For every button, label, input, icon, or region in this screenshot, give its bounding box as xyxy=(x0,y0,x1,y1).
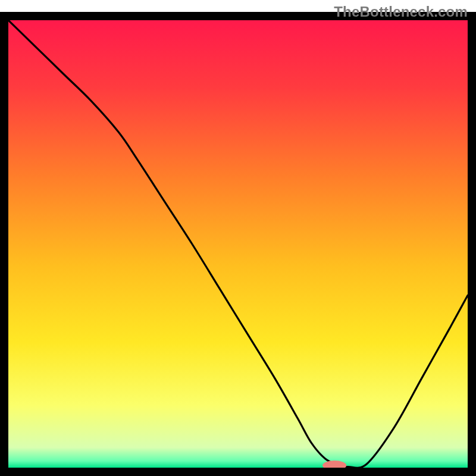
chart-frame: TheBottleneck.com xyxy=(0,0,476,476)
bottleneck-chart xyxy=(0,0,476,476)
watermark-text: TheBottleneck.com xyxy=(334,4,468,20)
